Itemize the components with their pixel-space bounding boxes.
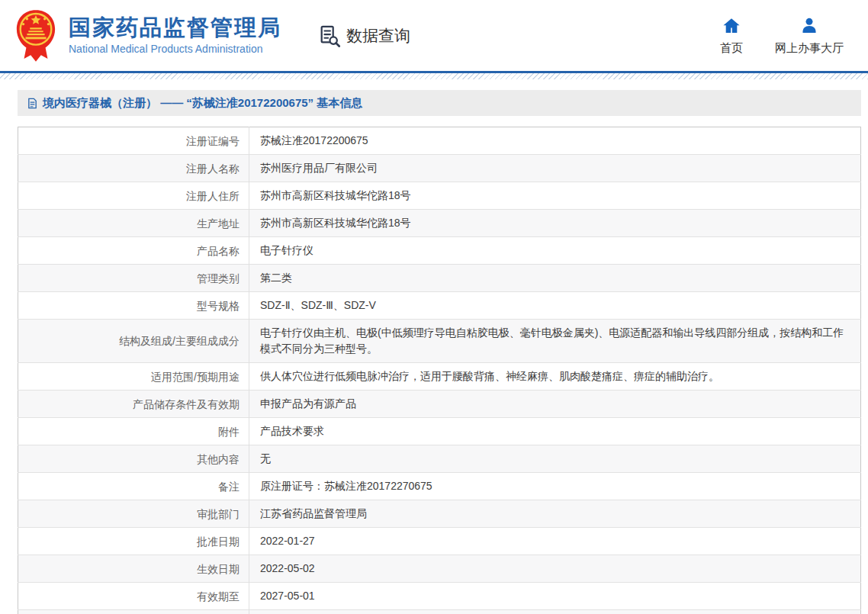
row-label-text: 注册人住所 xyxy=(186,190,240,202)
table-row: 生产地址苏州市高新区科技城华佗路18号 xyxy=(18,210,861,237)
row-value: 原注册证号：苏械注准20172270675 xyxy=(249,473,861,500)
row-value: 2022-05-02 xyxy=(249,555,861,583)
row-label: 备注 xyxy=(18,473,249,500)
table-row: 结构及组成/主要组成成分电子针疗仪由主机、电极(中低频理疗导电自粘胶电极、毫针电… xyxy=(18,320,861,363)
user-icon xyxy=(799,16,819,36)
row-label-text: 生产地址 xyxy=(197,217,240,230)
site-logo[interactable]: 国家药品监督管理局 National Medical Products Admi… xyxy=(14,8,281,63)
row-label: 产品名称 xyxy=(18,237,249,265)
table-row: 变更情况 xyxy=(18,610,861,614)
data-query-tool[interactable]: 数据查询 xyxy=(318,24,410,47)
row-label: 注册人住所 xyxy=(18,182,249,210)
table-row: 型号规格SDZ-Ⅱ、SDZ-Ⅲ、SDZ-V xyxy=(18,292,861,320)
info-table: 注册证编号苏械注准20172200675注册人名称苏州医疗用品厂有限公司注册人住… xyxy=(18,127,861,614)
row-label: 注册人名称 xyxy=(18,155,249,182)
nav-home[interactable]: 首页 xyxy=(720,16,743,56)
row-label-text: 生效日期 xyxy=(197,563,240,575)
row-label-text: 批准日期 xyxy=(197,535,240,548)
nav-service-hall-label: 网上办事大厅 xyxy=(775,41,844,56)
doc-magnifier-icon xyxy=(318,24,341,47)
row-label-text: 适用范围/预期用途 xyxy=(151,371,240,383)
row-label-text: 注册证编号 xyxy=(186,135,240,147)
row-label: 审批部门 xyxy=(18,500,249,528)
table-row: 生效日期2022-05-02 xyxy=(18,555,861,583)
row-label: 管理类别 xyxy=(18,265,249,292)
nav-service-hall[interactable]: 网上办事大厅 xyxy=(775,16,844,56)
table-row: 备注原注册证号：苏械注准20172270675 xyxy=(18,473,861,500)
row-label: 批准日期 xyxy=(18,528,249,555)
table-row: 其他内容无 xyxy=(18,445,861,473)
table-row: 有效期至2027-05-01 xyxy=(18,583,861,610)
main-content: 境内医疗器械（注册） —— “苏械注准20172200675” 基本信息 注册证… xyxy=(0,79,868,614)
stripe-band xyxy=(0,73,868,79)
row-value: 第二类 xyxy=(249,265,861,292)
row-label: 附件 xyxy=(18,418,249,445)
row-label: 结构及组成/主要组成成分 xyxy=(18,320,249,363)
row-label-text: 管理类别 xyxy=(197,272,240,284)
row-value: 苏州市高新区科技城华佗路18号 xyxy=(249,182,861,210)
row-value: SDZ-Ⅱ、SDZ-Ⅲ、SDZ-V xyxy=(249,292,861,320)
org-names: 国家药品监督管理局 National Medical Products Admi… xyxy=(69,16,281,56)
home-icon xyxy=(722,16,741,36)
row-value: 苏州医疗用品厂有限公司 xyxy=(249,155,861,182)
row-value xyxy=(249,610,861,614)
org-name-zh: 国家药品监督管理局 xyxy=(69,16,281,40)
table-row: 注册人住所苏州市高新区科技城华佗路18号 xyxy=(18,182,861,210)
row-label-text: 备注 xyxy=(218,481,240,493)
org-name-en: National Medical Products Administration xyxy=(69,43,281,55)
row-label: 注册证编号 xyxy=(18,127,249,155)
nav-home-label: 首页 xyxy=(720,41,743,56)
info-table-body: 注册证编号苏械注准20172200675注册人名称苏州医疗用品厂有限公司注册人住… xyxy=(18,127,861,614)
table-row: 注册人名称苏州医疗用品厂有限公司 xyxy=(18,155,861,182)
table-row: 适用范围/预期用途供人体穴位进行低频电脉冲治疗，适用于腰酸背痛、神经麻痹、肌肉酸… xyxy=(18,363,861,391)
row-value: 产品技术要求 xyxy=(249,418,861,445)
row-value: 苏州市高新区科技城华佗路18号 xyxy=(249,210,861,237)
table-row: 附件产品技术要求 xyxy=(18,418,861,445)
row-label-text: 产品储存条件及有效期 xyxy=(133,398,240,410)
row-label-text: 结构及组成/主要组成成分 xyxy=(119,335,240,347)
row-label: 生效日期 xyxy=(18,555,249,583)
table-row: 注册证编号苏械注准20172200675 xyxy=(18,127,861,155)
row-value: 江苏省药品监督管理局 xyxy=(249,500,861,528)
table-row: 批准日期2022-01-27 xyxy=(18,528,861,555)
table-row: 产品名称电子针疗仪 xyxy=(18,237,861,265)
data-query-label: 数据查询 xyxy=(346,25,410,47)
row-label-text: 产品名称 xyxy=(197,245,240,257)
row-label-text: 有效期至 xyxy=(197,590,240,603)
table-row: 审批部门江苏省药品监督管理局 xyxy=(18,500,861,528)
row-label-text: 审批部门 xyxy=(197,508,240,520)
row-label: 产品储存条件及有效期 xyxy=(18,391,249,418)
row-label: 有效期至 xyxy=(18,583,249,610)
row-value: 电子针疗仪由主机、电极(中低频理疗导电自粘胶电极、毫针电极金属夹)、电源适配器和… xyxy=(249,320,861,363)
row-label-text: 其他内容 xyxy=(197,453,240,465)
row-label: 适用范围/预期用途 xyxy=(18,363,249,391)
row-label-text: 型号规格 xyxy=(197,300,240,312)
row-label: 型号规格 xyxy=(18,292,249,320)
header-nav: 首页 网上办事大厅 xyxy=(720,16,844,56)
row-label-text: 附件 xyxy=(218,426,240,438)
row-label: 生产地址 xyxy=(18,210,249,237)
page-title-bar: 境内医疗器械（注册） —— “苏械注准20172200675” 基本信息 xyxy=(18,90,861,116)
row-value: 电子针疗仪 xyxy=(249,237,861,265)
row-value: 苏械注准20172200675 xyxy=(249,127,861,155)
table-row: 产品储存条件及有效期申报产品为有源产品 xyxy=(18,391,861,418)
row-label: 变更情况 xyxy=(18,610,249,614)
page-title: 境内医疗器械（注册） —— “苏械注准20172200675” 基本信息 xyxy=(43,96,362,111)
row-value: 申报产品为有源产品 xyxy=(249,391,861,418)
national-emblem-icon xyxy=(14,8,58,63)
site-header: 国家药品监督管理局 National Medical Products Admi… xyxy=(0,0,868,71)
document-icon xyxy=(27,98,38,109)
row-value: 2022-01-27 xyxy=(249,528,861,555)
row-label: 其他内容 xyxy=(18,445,249,473)
row-value: 2027-05-01 xyxy=(249,583,861,610)
row-label-text: 注册人名称 xyxy=(186,162,240,175)
row-value: 供人体穴位进行低频电脉冲治疗，适用于腰酸背痛、神经麻痹、肌肉酸楚痛症、痹症的辅助… xyxy=(249,363,861,391)
table-row: 管理类别第二类 xyxy=(18,265,861,292)
row-value: 无 xyxy=(249,445,861,473)
